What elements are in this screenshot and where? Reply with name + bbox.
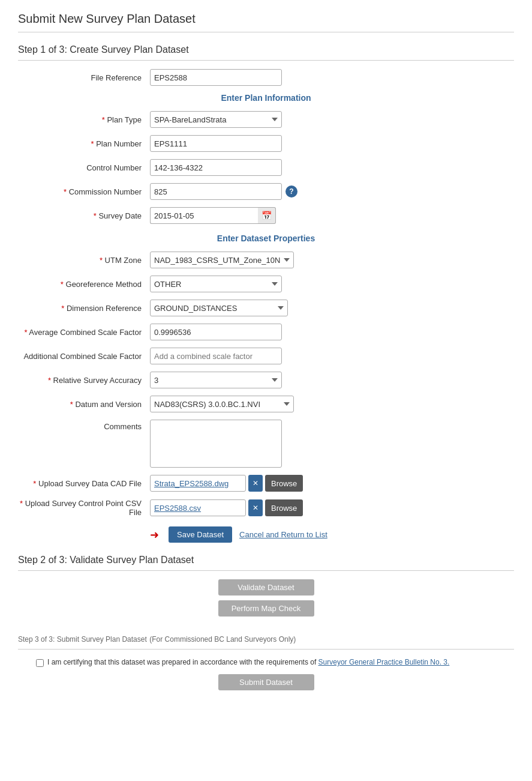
survey-date-input[interactable] [150,207,258,224]
plan-type-select[interactable]: SPA-BareLandStrata [150,111,282,128]
cad-file-group: * Upload Survey Data CAD File Strata_EPS… [18,475,514,492]
commission-number-label: * Commission Number [18,187,150,196]
step3-heading: Step 3 of 3: Submit Survey Plan Dataset … [18,633,514,644]
avg-csf-group: * Average Combined Scale Factor [18,324,514,340]
step1-heading: Step 1 of 3: Create Survey Plan Dataset [18,44,514,55]
step1-section: Step 1 of 3: Create Survey Plan Dataset … [18,44,514,543]
dimension-required-star: * [61,304,67,313]
georeference-method-group: * Georeference Method OTHER [18,276,514,292]
relative-accuracy-required-star: * [48,376,53,385]
cad-required-star: * [33,479,38,488]
file-reference-group: File Reference [18,69,514,86]
utm-zone-label: * UTM Zone [18,256,150,265]
csv-required-star: * [20,499,25,508]
csv-file-browse-button[interactable]: Browse [265,499,303,516]
certify-link[interactable]: Surveyor General Practice Bulletin No. 3… [318,658,450,666]
cancel-link[interactable]: Cancel and Return to List [239,530,327,539]
commission-number-required-star: * [64,187,69,196]
certify-checkbox[interactable] [36,659,44,667]
file-reference-label: File Reference [18,73,150,82]
file-reference-input[interactable] [150,69,282,86]
validate-dataset-button[interactable]: Validate Dataset [218,579,314,596]
arrow-icon: ➜ [150,528,159,541]
cad-file-upload-group: Strata_EPS2588.dwg ✕ Browse [150,475,303,492]
save-dataset-button[interactable]: Save Dataset [169,526,232,543]
certify-text: I am certifying that this dataset was pr… [47,658,449,666]
step3-section: Step 3 of 3: Submit Survey Plan Dataset … [18,633,514,695]
csv-file-label: * Upload Survey Control Point CSV File [18,499,150,517]
plan-number-input[interactable] [150,135,282,152]
commission-number-group: * Commission Number ? [18,183,514,200]
plan-number-group: * Plan Number [18,135,514,152]
additional-csf-input[interactable] [150,348,282,364]
cad-file-browse-button[interactable]: Browse [265,475,303,492]
certify-row: I am certifying that this dataset was pr… [18,658,514,667]
step3-buttons: Submit Dataset [18,674,514,695]
plan-type-group: * Plan Type SPA-BareLandStrata [18,111,514,128]
action-row: ➜ Save Dataset Cancel and Return to List [18,526,514,543]
survey-date-wrapper: 📅 [150,207,276,224]
plan-number-required-star: * [91,139,96,148]
comments-group: Comments [18,420,514,468]
step2-heading: Step 2 of 3: Validate Survey Plan Datase… [18,555,514,565]
survey-date-label: * Survey Date [18,211,150,220]
submit-dataset-button[interactable]: Submit Dataset [218,674,314,690]
utm-zone-required-star: * [100,256,105,265]
page-title: Submit New Survey Plan Dataset [18,12,514,26]
calendar-button[interactable]: 📅 [258,207,276,224]
survey-date-group: * Survey Date 📅 [18,207,514,224]
comments-label: Comments [18,420,150,431]
step2-buttons: Validate Dataset Perform Map Check [18,579,514,621]
commission-help-icon[interactable]: ? [285,185,297,198]
control-number-group: Control Number [18,159,514,176]
dimension-reference-group: * Dimension Reference GROUND_DISTANCES [18,300,514,316]
comments-textarea[interactable] [150,420,282,468]
georeference-required-star: * [61,280,66,289]
additional-csf-group: Additional Combined Scale Factor [18,348,514,364]
datum-version-label: * Datum and Version [18,400,150,409]
relative-accuracy-group: * Relative Survey Accuracy 3 [18,372,514,388]
control-number-label: Control Number [18,163,150,172]
plan-type-label: * Plan Type [18,115,150,124]
csv-file-upload-group: EPS2588.csv ✕ Browse [150,499,303,516]
plan-number-label: * Plan Number [18,139,150,148]
cad-file-clear-button[interactable]: ✕ [248,475,263,492]
dimension-reference-select[interactable]: GROUND_DISTANCES [150,300,288,316]
avg-csf-input[interactable] [150,324,282,340]
dimension-reference-label: * Dimension Reference [18,304,150,313]
georeference-method-select[interactable]: OTHER [150,276,282,292]
relative-accuracy-select[interactable]: 3 [150,372,282,388]
csv-file-group: * Upload Survey Control Point CSV File E… [18,499,514,517]
commission-number-input[interactable] [150,183,282,200]
avg-csf-label: * Average Combined Scale Factor [18,328,150,337]
georeference-method-label: * Georeference Method [18,280,150,289]
cad-file-label: * Upload Survey Data CAD File [18,479,150,488]
utm-zone-select[interactable]: NAD_1983_CSRS_UTM_Zone_10N [150,252,294,268]
additional-csf-label: Additional Combined Scale Factor [18,352,150,361]
datum-version-select[interactable]: NAD83(CSRS) 3.0.0.BC.1.NVI [150,396,294,412]
control-number-input[interactable] [150,159,282,176]
datum-version-group: * Datum and Version NAD83(CSRS) 3.0.0.BC… [18,396,514,412]
plan-info-heading: Enter Plan Information [18,93,514,103]
relative-accuracy-label: * Relative Survey Accuracy [18,376,150,385]
csv-file-clear-button[interactable]: ✕ [248,499,263,516]
dataset-props-heading: Enter Dataset Properties [18,234,514,243]
cad-file-link[interactable]: Strata_EPS2588.dwg [150,475,246,492]
utm-zone-group: * UTM Zone NAD_1983_CSRS_UTM_Zone_10N [18,252,514,268]
map-check-button[interactable]: Perform Map Check [218,600,314,617]
csv-file-link[interactable]: EPS2588.csv [150,499,246,516]
step2-section: Step 2 of 3: Validate Survey Plan Datase… [18,555,514,621]
